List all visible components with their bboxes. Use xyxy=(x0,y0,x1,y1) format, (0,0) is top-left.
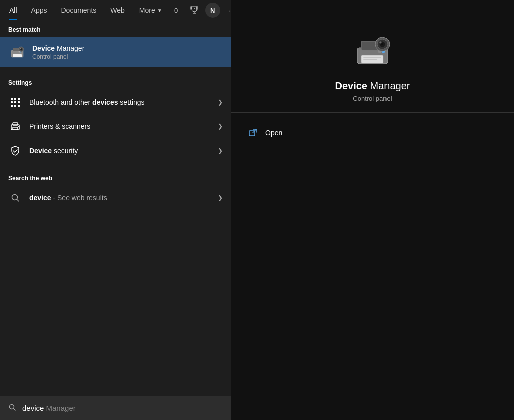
search-bar: device Manager xyxy=(0,396,231,420)
shield-icon xyxy=(8,144,22,158)
user-avatar[interactable]: N xyxy=(205,3,220,18)
action-open[interactable]: Open xyxy=(241,123,504,143)
svg-rect-16 xyxy=(18,98,20,100)
results-content: Best match xyxy=(0,20,231,420)
chevron-right-icon-3: ❯ xyxy=(218,147,223,154)
svg-line-30 xyxy=(14,408,16,410)
svg-rect-18 xyxy=(14,101,16,103)
detail-panel: Device Manager Control panel Open xyxy=(231,0,514,420)
settings-bluetooth-text: Bluetooth and other devices settings xyxy=(29,98,218,106)
web-search-section: Search the web device - See web results … xyxy=(0,163,231,210)
best-match-subtitle: Control panel xyxy=(32,53,84,60)
svg-point-26 xyxy=(18,126,19,127)
settings-security-text: Device security xyxy=(29,147,218,155)
detail-app-icon xyxy=(352,30,393,70)
tab-bar: All Apps Documents Web More ▼ 0 xyxy=(0,0,231,20)
tab-all[interactable]: All xyxy=(2,0,24,20)
more-dropdown-arrow: ▼ xyxy=(157,8,162,13)
device-manager-icon xyxy=(8,43,26,61)
svg-rect-17 xyxy=(11,101,13,103)
svg-rect-19 xyxy=(18,101,20,103)
svg-line-28 xyxy=(17,199,19,201)
settings-section: Settings xyxy=(0,67,231,163)
svg-rect-21 xyxy=(14,105,16,107)
detail-actions: Open xyxy=(231,123,514,143)
best-match-item[interactable]: Device Manager Control panel xyxy=(0,37,231,67)
web-search-header: Search the web xyxy=(0,169,231,186)
svg-rect-20 xyxy=(11,105,13,107)
detail-app-subtitle: Control panel xyxy=(353,95,392,102)
svg-rect-7 xyxy=(14,56,19,56)
svg-rect-25 xyxy=(13,127,18,130)
svg-point-41 xyxy=(381,43,383,45)
printer-icon xyxy=(8,119,22,133)
chevron-right-icon: ❯ xyxy=(218,99,223,106)
svg-rect-22 xyxy=(18,105,20,107)
tab-apps[interactable]: Apps xyxy=(24,0,54,20)
svg-point-13 xyxy=(20,48,21,49)
svg-point-42 xyxy=(380,42,382,44)
settings-item-security[interactable]: Device security ❯ xyxy=(0,138,231,163)
settings-item-bluetooth[interactable]: Bluetooth and other devices settings ❯ xyxy=(0,90,231,114)
best-match-text: Device Manager Control panel xyxy=(32,44,84,60)
tab-web[interactable]: Web xyxy=(103,0,132,20)
action-open-text: Open xyxy=(265,129,282,137)
settings-header: Settings xyxy=(0,73,231,90)
chevron-right-icon-4: ❯ xyxy=(218,194,223,201)
tab-documents[interactable]: Documents xyxy=(54,0,103,20)
web-search-text: device - See web results xyxy=(29,194,218,202)
detail-app-name: Device Manager xyxy=(335,80,410,92)
trophy-icon-btn[interactable] xyxy=(186,2,202,18)
detail-divider xyxy=(231,112,514,113)
best-match-title: Device Manager xyxy=(32,44,84,52)
bluetooth-icon xyxy=(8,95,22,109)
web-search-icon xyxy=(8,191,22,205)
svg-rect-14 xyxy=(11,98,13,100)
notification-badge: 0 xyxy=(169,7,183,14)
open-icon xyxy=(247,127,259,139)
settings-printers-text: Printers & scanners xyxy=(29,122,218,130)
svg-rect-6 xyxy=(14,55,21,55)
tab-more[interactable]: More ▼ xyxy=(132,0,169,20)
chevron-right-icon-2: ❯ xyxy=(218,123,223,130)
detail-content: Device Manager Control panel Open xyxy=(231,0,514,420)
settings-item-printers[interactable]: Printers & scanners ❯ xyxy=(0,114,231,138)
svg-rect-34 xyxy=(363,57,381,58)
svg-rect-35 xyxy=(363,59,377,60)
search-panel: All Apps Documents Web More ▼ 0 xyxy=(0,0,231,420)
svg-rect-15 xyxy=(14,98,16,100)
search-bar-icon xyxy=(8,403,16,413)
web-search-item[interactable]: device - See web results ❯ xyxy=(0,186,231,210)
best-match-header: Best match xyxy=(0,20,231,37)
search-input-display[interactable]: device Manager xyxy=(22,404,76,412)
svg-rect-24 xyxy=(13,123,18,125)
